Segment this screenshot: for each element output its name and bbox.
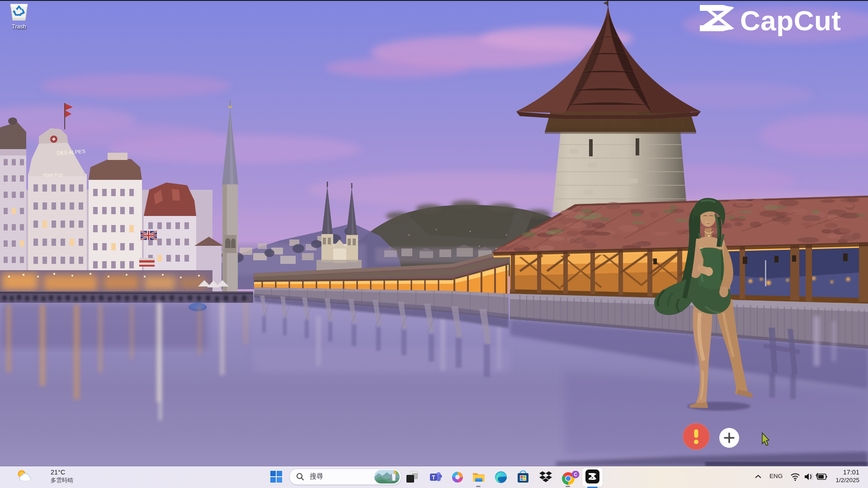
svg-text:T: T [432, 474, 435, 481]
svg-text:CapCut: CapCut [740, 5, 841, 36]
svg-text:Trash: Trash [12, 23, 26, 30]
svg-text:Hotel Pub: Hotel Pub [43, 173, 63, 178]
svg-text:C: C [574, 472, 577, 477]
